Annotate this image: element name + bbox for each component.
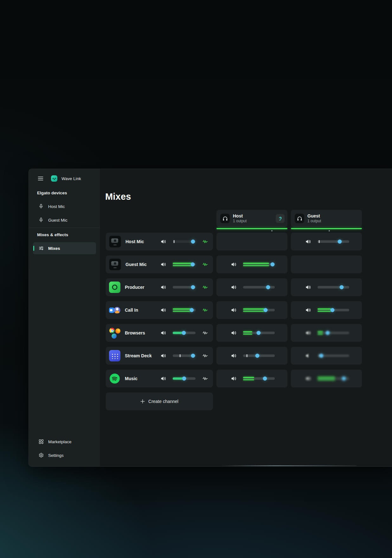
listen-icon[interactable] bbox=[276, 214, 285, 223]
monitor-volume-slider[interactable] bbox=[173, 238, 196, 245]
mix-header-host-box[interactable]: Host 1 output bbox=[216, 210, 287, 227]
mix-volume-slider[interactable] bbox=[318, 238, 349, 245]
mix-volume-slider[interactable] bbox=[243, 375, 275, 382]
slider-knob[interactable] bbox=[326, 331, 330, 335]
speaker-icon[interactable] bbox=[231, 308, 237, 313]
slider-knob[interactable] bbox=[190, 308, 194, 312]
speaker-icon[interactable] bbox=[161, 376, 166, 381]
mix-header-guest-box[interactable]: Guest 1 output bbox=[291, 210, 362, 227]
slider-knob[interactable] bbox=[191, 263, 195, 267]
mix-volume-slider[interactable] bbox=[243, 306, 275, 314]
waveform-icon[interactable] bbox=[202, 239, 208, 244]
speaker-icon[interactable] bbox=[305, 239, 311, 244]
slider-knob[interactable] bbox=[191, 240, 195, 244]
channel-row-producer[interactable]: Producer bbox=[106, 278, 213, 296]
monitor-volume-slider[interactable] bbox=[173, 306, 196, 314]
slider-knob[interactable] bbox=[319, 354, 324, 358]
speaker-icon[interactable] bbox=[231, 285, 237, 290]
speaker-icon[interactable] bbox=[231, 376, 237, 381]
section-label-elgato-devices: Elgato devices bbox=[29, 190, 100, 196]
mix-cell-call-in-host[interactable] bbox=[216, 301, 287, 319]
slider-knob[interactable] bbox=[331, 308, 335, 312]
create-channel-button[interactable]: Create channel bbox=[106, 393, 213, 410]
speaker-icon[interactable] bbox=[161, 285, 166, 290]
hamburger-menu-icon[interactable] bbox=[38, 176, 43, 181]
speaker-muted-icon[interactable] bbox=[305, 353, 311, 358]
channel-row-stream-deck[interactable]: Stream Deck bbox=[106, 347, 213, 365]
monitor-volume-slider[interactable] bbox=[173, 352, 196, 360]
slider-knob[interactable] bbox=[182, 331, 186, 335]
slider-knob[interactable] bbox=[338, 240, 342, 244]
mix-cell-call-in-guest[interactable] bbox=[291, 301, 362, 319]
mix-output-count: 1 output bbox=[307, 219, 321, 224]
slider-knob[interactable] bbox=[266, 285, 270, 289]
speaker-icon[interactable] bbox=[161, 262, 166, 267]
sidebar-item-guest-mic[interactable]: Guest Mic bbox=[33, 214, 96, 226]
slider-knob[interactable] bbox=[271, 263, 275, 267]
speaker-icon[interactable] bbox=[161, 330, 166, 335]
sidebar-item-settings[interactable]: Settings bbox=[33, 449, 96, 461]
speaker-icon[interactable] bbox=[305, 285, 311, 290]
waveform-icon[interactable] bbox=[202, 331, 208, 335]
mix-volume-slider[interactable] bbox=[243, 329, 275, 337]
slider-knob[interactable] bbox=[182, 377, 186, 381]
slider-knob[interactable] bbox=[340, 285, 344, 289]
waveform-icon[interactable] bbox=[202, 354, 208, 358]
mix-cell-guest-mic-host[interactable] bbox=[216, 256, 287, 273]
monitor-volume-slider[interactable] bbox=[173, 261, 196, 268]
mix-volume-slider[interactable] bbox=[318, 283, 349, 291]
speaker-icon[interactable] bbox=[161, 353, 166, 358]
speaker-icon[interactable] bbox=[305, 376, 311, 381]
mix-cell-browsers-host[interactable] bbox=[216, 324, 287, 342]
slider-knob[interactable] bbox=[257, 331, 261, 335]
mix-volume-slider[interactable] bbox=[243, 352, 275, 360]
waveform-icon[interactable] bbox=[202, 262, 208, 267]
sidebar-item-mixes[interactable]: Mixes bbox=[33, 242, 96, 254]
waveform-icon[interactable] bbox=[202, 376, 208, 381]
channel-row-music[interactable]: Music bbox=[106, 370, 213, 387]
mix-volume-slider[interactable] bbox=[318, 306, 349, 314]
mix-cell-stream-deck-guest[interactable] bbox=[291, 347, 362, 365]
monitor-volume-slider[interactable] bbox=[173, 329, 196, 337]
channel-row-browsers[interactable]: Browsers bbox=[106, 324, 213, 342]
slider-knob[interactable] bbox=[191, 354, 195, 358]
app-title: Wave Link bbox=[61, 176, 81, 181]
speaker-icon[interactable] bbox=[231, 262, 237, 267]
mix-cell-music-host[interactable] bbox=[216, 370, 287, 387]
mix-cell-music-guest[interactable] bbox=[291, 370, 362, 387]
mix-cell-guest-mic-guest[interactable] bbox=[291, 256, 362, 273]
speaker-icon[interactable] bbox=[231, 353, 237, 358]
mix-cell-host-mic-guest[interactable] bbox=[291, 233, 362, 250]
channel-row-host-mic[interactable]: Host Mic bbox=[106, 233, 213, 250]
speaker-icon[interactable] bbox=[161, 308, 166, 313]
sidebar-item-marketplace[interactable]: Marketplace bbox=[33, 436, 96, 448]
level-marker bbox=[329, 230, 330, 231]
sidebar-item-host-mic[interactable]: Host Mic bbox=[33, 200, 96, 212]
mix-cell-browsers-guest[interactable] bbox=[291, 324, 362, 342]
mix-volume-slider[interactable] bbox=[318, 375, 349, 382]
mix-cell-producer-host[interactable] bbox=[216, 278, 287, 296]
mix-volume-slider[interactable] bbox=[243, 261, 275, 268]
channel-row-guest-mic[interactable]: Guest Mic bbox=[106, 256, 213, 273]
monitor-volume-slider[interactable] bbox=[173, 375, 196, 382]
mix-cell-host-mic-host[interactable] bbox=[216, 233, 287, 250]
speaker-icon[interactable] bbox=[161, 239, 166, 244]
slider-knob[interactable] bbox=[342, 377, 346, 381]
mix-volume-slider[interactable] bbox=[318, 352, 349, 360]
slider-knob[interactable] bbox=[191, 285, 195, 289]
speaker-icon[interactable] bbox=[305, 308, 311, 313]
slider-knob[interactable] bbox=[255, 354, 260, 358]
plus-icon bbox=[140, 399, 145, 404]
monitor-volume-slider[interactable] bbox=[173, 283, 196, 291]
mix-cell-stream-deck-host[interactable] bbox=[216, 347, 287, 365]
mix-cell-producer-guest[interactable] bbox=[291, 278, 362, 296]
slider-knob[interactable] bbox=[263, 377, 267, 381]
speaker-icon[interactable] bbox=[305, 330, 311, 335]
mix-volume-slider[interactable] bbox=[318, 329, 349, 337]
waveform-icon[interactable] bbox=[202, 308, 208, 312]
waveform-icon[interactable] bbox=[202, 285, 208, 289]
channel-row-call-in[interactable]: Call In bbox=[106, 301, 213, 319]
slider-knob[interactable] bbox=[264, 308, 268, 312]
speaker-icon[interactable] bbox=[231, 330, 237, 335]
mix-volume-slider[interactable] bbox=[243, 283, 275, 291]
